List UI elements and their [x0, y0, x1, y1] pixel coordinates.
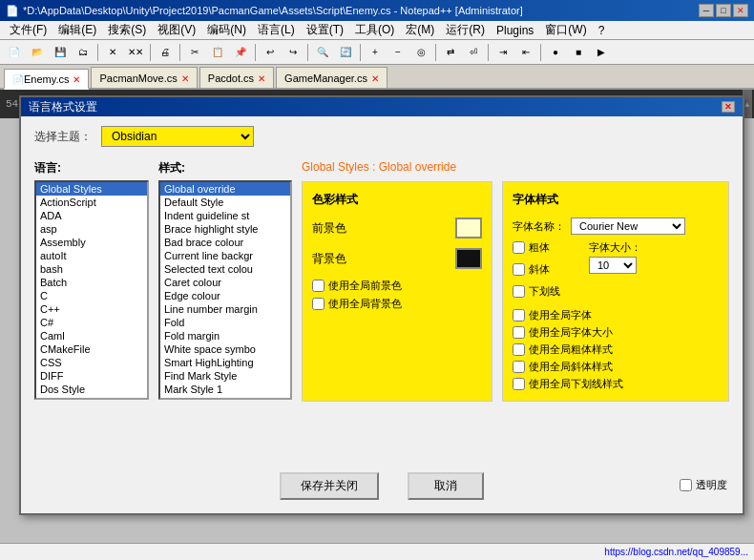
new-file-btn[interactable]: 📄: [4, 43, 25, 62]
style-default[interactable]: Default Style: [160, 196, 290, 209]
background-swatch[interactable]: [455, 248, 482, 269]
lang-c[interactable]: C: [36, 289, 147, 302]
foreground-swatch[interactable]: [455, 218, 482, 239]
style-global-override[interactable]: Global override: [160, 182, 290, 196]
sync-btn[interactable]: ⇄: [440, 43, 461, 62]
language-list[interactable]: Global Styles ActionScript ADA asp Assem…: [34, 180, 149, 400]
font-name-select[interactable]: Courier New Arial Consolas: [571, 218, 685, 235]
bold-checkbox[interactable]: [513, 241, 525, 254]
menu-window[interactable]: 窗口(W): [539, 21, 592, 39]
style-brace[interactable]: Brace highlight style: [160, 222, 290, 236]
paste-btn[interactable]: 📌: [230, 43, 251, 62]
menu-plugins[interactable]: Plugins: [491, 23, 539, 38]
cut-btn[interactable]: ✂: [184, 43, 205, 62]
zoom-out-btn[interactable]: −: [387, 43, 408, 62]
editor-scrollbar[interactable]: ▲: [745, 100, 750, 109]
use-global-bg-checkbox[interactable]: [312, 298, 325, 310]
style-indent[interactable]: Indent guideline st: [160, 209, 290, 222]
menu-help[interactable]: ?: [593, 23, 611, 38]
tab-pacdot-cs-close[interactable]: ✕: [258, 73, 265, 84]
lang-dos[interactable]: Dos Style: [36, 383, 147, 396]
menu-settings[interactable]: 设置(T): [301, 21, 349, 39]
lang-caml[interactable]: Caml: [36, 329, 147, 342]
maximize-button[interactable]: □: [716, 4, 731, 17]
close-all-btn[interactable]: ✕✕: [125, 43, 146, 62]
lang-cpp[interactable]: C++: [36, 302, 147, 316]
tab-pacmanmove-cs-close[interactable]: ✕: [181, 73, 189, 84]
italic-checkbox[interactable]: [513, 263, 525, 276]
redo-btn[interactable]: ↪: [283, 43, 304, 62]
lang-csharp[interactable]: C#: [36, 316, 147, 329]
macro-play-btn[interactable]: ▶: [591, 43, 612, 62]
menu-macro[interactable]: 宏(M): [400, 21, 440, 39]
menu-language[interactable]: 语言(L): [252, 21, 301, 39]
style-caret[interactable]: Caret colour: [160, 276, 290, 289]
menu-edit[interactable]: 编辑(E): [52, 21, 102, 39]
close-btn[interactable]: ✕: [102, 43, 123, 62]
menu-encoding[interactable]: 编码(N): [201, 21, 252, 39]
menu-view[interactable]: 视图(V): [152, 21, 201, 39]
macro-stop-btn[interactable]: ■: [568, 43, 589, 62]
style-whitespace[interactable]: White space symbo: [160, 342, 290, 356]
tab-pacdot-cs[interactable]: Pacdot.cs ✕: [199, 67, 274, 88]
undo-btn[interactable]: ↩: [260, 43, 281, 62]
menu-tools[interactable]: 工具(O): [349, 21, 400, 39]
open-file-btn[interactable]: 📂: [27, 43, 48, 62]
style-selected-text[interactable]: Selected text colou: [160, 262, 290, 276]
tab-enemy-cs[interactable]: 📄 Enemy.cs ✕: [4, 69, 89, 90]
zoom-reset-btn[interactable]: ◎: [410, 43, 431, 62]
menu-file[interactable]: 文件(F): [4, 21, 52, 39]
minimize-button[interactable]: ─: [699, 4, 714, 17]
theme-select[interactable]: Obsidian Default Zenburn Deep Black: [101, 126, 254, 147]
menu-run[interactable]: 运行(R): [440, 21, 491, 39]
use-global-font-checkbox[interactable]: [513, 309, 525, 321]
style-current-line[interactable]: Current line backgr: [160, 249, 290, 262]
lang-fortran[interactable]: Fortran: [36, 396, 147, 400]
use-global-fontsize-checkbox[interactable]: [513, 326, 525, 339]
style-line-number[interactable]: Line number margin: [160, 302, 290, 316]
word-wrap-btn[interactable]: ⏎: [463, 43, 484, 62]
use-global-fg-checkbox[interactable]: [312, 280, 325, 292]
tab-pacmanmove-cs[interactable]: PacmanMove.cs ✕: [91, 67, 197, 88]
style-mark1[interactable]: Mark Style 1: [160, 383, 290, 396]
use-global-bold-checkbox[interactable]: [513, 343, 525, 356]
lang-bash[interactable]: bash: [36, 262, 147, 276]
tab-gamemanager-cs[interactable]: GameManager.cs ✕: [276, 67, 387, 88]
zoom-in-btn[interactable]: +: [365, 43, 386, 62]
underline-checkbox[interactable]: [513, 285, 525, 298]
menu-search[interactable]: 搜索(S): [102, 21, 152, 39]
status-link[interactable]: https://blog.csdn.net/qq_409859...: [604, 547, 748, 557]
lang-assembly[interactable]: Assembly: [36, 236, 147, 249]
style-fold-margin[interactable]: Fold margin: [160, 329, 290, 342]
close-button[interactable]: ✕: [733, 4, 748, 17]
lang-autoit[interactable]: autoIt: [36, 249, 147, 262]
replace-btn[interactable]: 🔄: [335, 43, 356, 62]
save-all-btn[interactable]: 🗂: [73, 43, 94, 62]
save-btn[interactable]: 💾: [50, 43, 71, 62]
style-find-mark[interactable]: Find Mark Style: [160, 369, 290, 383]
style-bad-brace[interactable]: Bad brace colour: [160, 236, 290, 249]
style-list[interactable]: Global override Default Style Indent gui…: [158, 180, 292, 400]
tab-enemy-cs-close[interactable]: ✕: [73, 74, 80, 85]
unindent-btn[interactable]: ⇤: [515, 43, 536, 62]
style-mark2[interactable]: Mark Style 2: [160, 396, 290, 400]
copy-btn[interactable]: 📋: [207, 43, 228, 62]
macro-btn[interactable]: ●: [545, 43, 566, 62]
print-btn[interactable]: 🖨: [155, 43, 176, 62]
style-edge[interactable]: Edge colour: [160, 289, 290, 302]
use-global-italic-checkbox[interactable]: [513, 361, 525, 373]
lang-asp[interactable]: asp: [36, 222, 147, 236]
find-btn[interactable]: 🔍: [312, 43, 333, 62]
save-close-button[interactable]: 保存并关闭: [280, 472, 379, 500]
lang-diff[interactable]: DIFF: [36, 369, 147, 383]
lang-ada[interactable]: ADA: [36, 209, 147, 222]
lang-cmake[interactable]: CMakeFile: [36, 342, 147, 356]
use-global-underline-checkbox[interactable]: [513, 378, 525, 390]
tab-gamemanager-cs-close[interactable]: ✕: [371, 73, 379, 84]
dialog-close-button[interactable]: ✕: [722, 101, 735, 113]
lang-css[interactable]: CSS: [36, 356, 147, 369]
lang-actionscript[interactable]: ActionScript: [36, 196, 147, 209]
lang-global-styles[interactable]: Global Styles: [36, 182, 147, 196]
cancel-button[interactable]: 取消: [408, 472, 484, 500]
style-smart-hl[interactable]: Smart HighLighting: [160, 356, 290, 369]
